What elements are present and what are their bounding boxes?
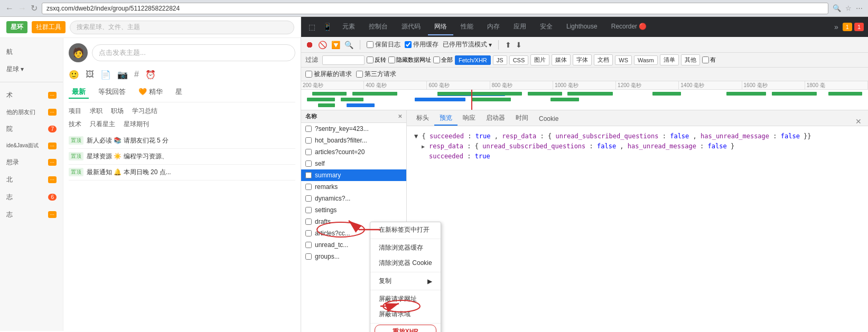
invert-checkbox[interactable] — [367, 56, 374, 63]
browser-star-icon[interactable]: ☆ — [845, 4, 852, 12]
filter-icon[interactable]: 🔽 — [331, 41, 340, 49]
sidebar-item-planet[interactable]: 星球 ▾ — [0, 61, 63, 78]
tab-star[interactable]: 星 — [172, 86, 185, 99]
ctx-clear-browser-cache[interactable]: 清除浏览器缓存 — [370, 240, 441, 255]
detail-tab-timing[interactable]: 时间 — [510, 111, 534, 126]
ctx-replay-xhr[interactable]: 重放XHR — [375, 325, 436, 332]
post-item[interactable]: 置顶 新人必读 📚 请朋友们花 5 分 — [69, 133, 295, 149]
request-item[interactable]: self — [301, 158, 406, 169]
post-item[interactable]: 置顶 最新通知 🔔 本周日晚 20 点... — [69, 165, 295, 181]
json-collapse-arrow[interactable]: ▼ — [414, 132, 422, 140]
filter-css[interactable]: CSS — [509, 55, 529, 65]
all-label[interactable]: 全部 — [433, 56, 453, 64]
request-checkbox[interactable] — [305, 242, 312, 248]
tab-console[interactable]: 控制台 — [362, 19, 394, 35]
sidebar-item-8[interactable]: 志 ··· — [0, 206, 63, 223]
post-item[interactable]: 置顶 星球资源 ☀️ 编程学习资源、 — [69, 149, 295, 165]
browser-search-icon[interactable]: 🔍 — [833, 4, 841, 12]
request-checkbox[interactable] — [305, 160, 312, 167]
filter-media[interactable]: 媒体 — [552, 54, 571, 65]
download-icon[interactable]: ⬇ — [516, 41, 522, 49]
subtab-star-main[interactable]: 只看星主 — [90, 120, 115, 129]
hide-data-url-label[interactable]: 隐藏数据网址 — [388, 56, 431, 64]
has-blocked-checkbox[interactable] — [702, 56, 709, 63]
upload-icon[interactable]: ⬆ — [505, 41, 511, 49]
emoji-icon[interactable]: 🙂 — [69, 70, 79, 80]
tab-security[interactable]: 安全 — [534, 19, 559, 35]
has-blocked-label[interactable]: 有 — [702, 56, 716, 64]
subtab-journal[interactable]: 星球期刊 — [124, 120, 149, 129]
filter-img[interactable]: 图片 — [530, 54, 549, 65]
sidebar-item-6[interactable]: 北 ··· — [0, 171, 63, 188]
devtools-cursor-icon[interactable]: ⬚ — [305, 21, 319, 33]
tab-recorder[interactable]: Recorder 🔴 — [605, 20, 654, 34]
tab-lighthouse[interactable]: Lighthouse — [560, 20, 604, 34]
blocked-requests-checkbox[interactable] — [305, 71, 312, 78]
request-item[interactable]: ?sentry_key=423... — [301, 123, 406, 135]
request-item[interactable]: remarks — [301, 181, 406, 193]
filter-doc[interactable]: 文档 — [594, 54, 613, 65]
devtools-mobile-icon[interactable]: 📱 — [320, 21, 335, 33]
request-checkbox[interactable] — [305, 172, 312, 178]
request-item[interactable]: articles?count=20 — [301, 146, 406, 158]
request-checkbox[interactable] — [305, 195, 312, 202]
request-checkbox[interactable] — [305, 149, 312, 155]
tab-featured[interactable]: 🧡 精华 — [135, 86, 166, 99]
file-icon[interactable]: 📄 — [100, 70, 111, 80]
filter-input[interactable] — [322, 55, 365, 65]
subtab-study[interactable]: 学习总结 — [132, 107, 157, 116]
filter-wasm[interactable]: Wasm — [634, 55, 658, 65]
tab-more-icon[interactable]: » — [831, 21, 842, 33]
third-party-checkbox[interactable] — [356, 71, 363, 78]
sidebar-item-7[interactable]: 志 6 — [0, 188, 63, 206]
ctx-block-url[interactable]: 屏蔽请求网址 — [370, 291, 441, 307]
filter-other[interactable]: 其他 — [681, 54, 700, 65]
request-item-selected[interactable]: summary — [301, 169, 406, 181]
subtab-job[interactable]: 求职 — [90, 107, 102, 116]
request-item[interactable]: dynamics?... — [301, 193, 406, 204]
request-checkbox[interactable] — [305, 207, 312, 213]
tab-elements[interactable]: 元素 — [336, 19, 361, 35]
ctx-open-new-tab[interactable]: 在新标签页中打开 — [370, 222, 441, 238]
browser-url-bar[interactable]: zsxq.com/dweb2/index/group/5112285822282… — [42, 3, 828, 14]
site-search-box[interactable]: 搜索星球、文件、主题 — [70, 21, 294, 34]
hide-data-url-checkbox[interactable] — [388, 56, 395, 63]
tag-icon[interactable]: # — [134, 70, 139, 80]
filter-fetch-xhr[interactable]: Fetch/XHR — [455, 55, 491, 65]
record-button[interactable]: ⏺ — [305, 40, 314, 50]
tab-network[interactable]: 网络 — [428, 19, 453, 35]
clock-icon[interactable]: ⏰ — [145, 70, 156, 80]
request-item[interactable]: hot_boards?filter... — [301, 135, 406, 146]
tab-performance[interactable]: 性能 — [454, 19, 480, 35]
filter-ws[interactable]: WS — [615, 55, 632, 65]
clear-button[interactable]: 🚫 — [318, 41, 327, 49]
disable-cache-checkbox[interactable] — [405, 41, 412, 48]
detail-tab-initiator[interactable]: 启动器 — [481, 111, 510, 126]
request-checkbox[interactable] — [305, 137, 312, 144]
tab-waiting[interactable]: 等我回答 — [95, 86, 129, 99]
browser-back-icon[interactable]: ← — [5, 4, 14, 13]
sidebar-item-4[interactable]: ide&Java面试 ··· — [0, 138, 63, 154]
request-checkbox[interactable] — [305, 126, 312, 132]
browser-more-icon[interactable]: ⋯ — [856, 4, 863, 12]
third-party-label[interactable]: 第三方请求 — [356, 70, 396, 79]
disable-cache-label[interactable]: 停用缓存 — [405, 40, 438, 49]
subtab-tech[interactable]: 技术 — [69, 120, 81, 129]
blocked-requests-label[interactable]: 被屏蔽的请求 — [305, 70, 352, 79]
browser-reload-icon[interactable]: ↻ — [31, 3, 38, 13]
detail-tab-cookie[interactable]: Cookie — [534, 113, 564, 126]
ctx-copy[interactable]: 复制 ▶ — [370, 273, 441, 289]
search-network-icon[interactable]: 🔍 — [344, 41, 353, 49]
post-input-field[interactable]: 点击发表主题... — [92, 44, 295, 61]
tab-application[interactable]: 应用 — [507, 19, 533, 35]
request-checkbox[interactable] — [305, 184, 312, 190]
sidebar-item-1[interactable]: 术 ··· — [0, 87, 63, 104]
all-checkbox[interactable] — [433, 56, 440, 63]
sidebar-item-5[interactable]: 想录 ··· — [0, 154, 63, 171]
filter-font[interactable]: 字体 — [573, 54, 592, 65]
browser-forward-icon[interactable]: → — [18, 4, 26, 13]
expand-arrow[interactable]: ▶ — [422, 144, 428, 149]
sidebar-item-2[interactable]: 他的朋友们 ··· — [0, 104, 63, 120]
filter-manifest[interactable]: 清单 — [660, 54, 679, 65]
request-checkbox[interactable] — [305, 219, 312, 225]
